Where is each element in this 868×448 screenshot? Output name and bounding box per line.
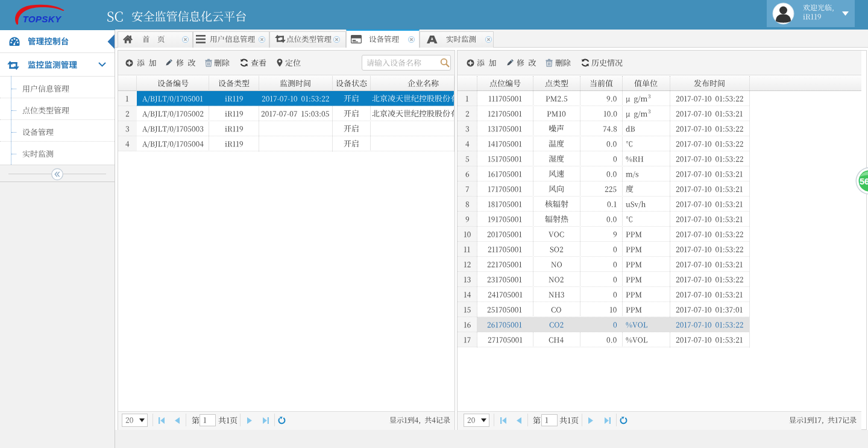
svg-text:56: 56 [860,177,868,186]
